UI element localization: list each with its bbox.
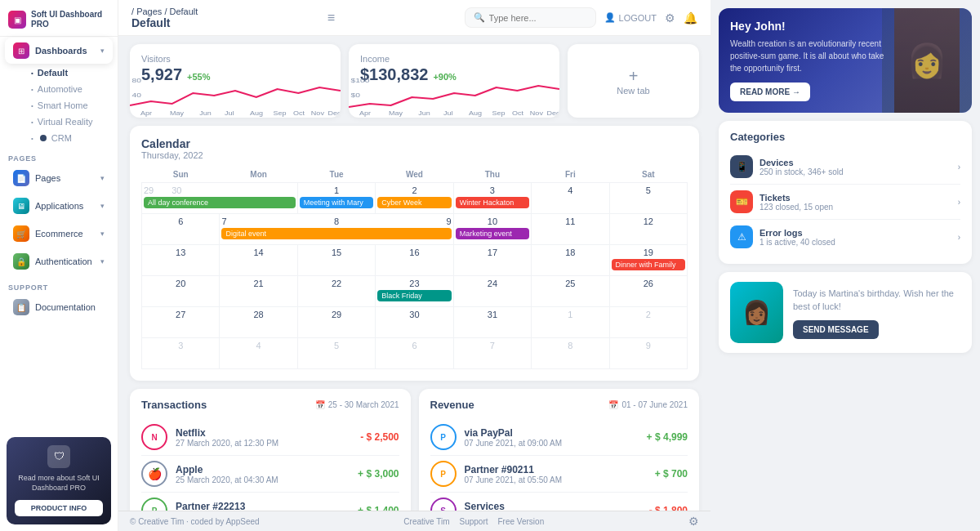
cal-cell-7-9[interactable]: 7 8 9 Digital event bbox=[220, 214, 453, 245]
footer-link-free-version[interactable]: Free Version bbox=[498, 517, 545, 526]
cal-cell-1[interactable]: 1 Meeting with Mary bbox=[297, 183, 375, 214]
cal-event-conference[interactable]: All day conference bbox=[144, 197, 296, 208]
footer-link-support[interactable]: Support bbox=[459, 517, 488, 526]
cal-week-1: 29 30 All day conference 1 Meeting with … bbox=[142, 183, 688, 214]
sidebar-item-smart-home[interactable]: Smart Home bbox=[23, 97, 118, 114]
cal-cell-12[interactable]: 12 bbox=[609, 214, 687, 245]
svg-text:$100: $100 bbox=[351, 77, 370, 84]
cal-cell-29-30[interactable]: 29 30 All day conference bbox=[142, 183, 298, 214]
cal-cell-20[interactable]: 20 bbox=[142, 276, 220, 307]
cal-cell-28[interactable]: 28 bbox=[220, 307, 297, 338]
tickets-info: Tickets 123 closed, 15 open bbox=[760, 193, 951, 212]
tickets-icon: 🎫 bbox=[730, 190, 753, 213]
notification-icon[interactable]: 🔔 bbox=[684, 11, 697, 25]
cal-cell-9b[interactable]: 9 bbox=[609, 338, 687, 369]
cal-cell-31[interactable]: 31 bbox=[453, 307, 531, 338]
cal-cell-3b[interactable]: 3 bbox=[142, 338, 220, 369]
cal-cell-8b[interactable]: 8 bbox=[532, 338, 609, 369]
cal-event-blackfriday[interactable]: Black Friday bbox=[377, 290, 451, 301]
cal-cell-13[interactable]: 13 bbox=[142, 245, 220, 276]
cal-cell-27[interactable]: 27 bbox=[142, 307, 220, 338]
footer-link-creative-tim[interactable]: Creative Tim bbox=[403, 517, 449, 526]
cal-event-cyber[interactable]: Cyber Week bbox=[377, 197, 451, 208]
cal-cell-25[interactable]: 25 bbox=[532, 276, 609, 307]
cal-cell-22[interactable]: 22 bbox=[297, 276, 375, 307]
cal-cell-14[interactable]: 14 bbox=[220, 245, 297, 276]
page-title: Default bbox=[131, 16, 198, 29]
cal-cell-10[interactable]: 10 Marketing event bbox=[453, 214, 531, 245]
cal-cell-21[interactable]: 21 bbox=[220, 276, 297, 307]
read-more-button[interactable]: READ MORE → bbox=[730, 83, 810, 101]
sidebar-item-crm[interactable]: CRM bbox=[23, 130, 118, 146]
right-panel: Hey John! Wealth creation is an evolutio… bbox=[710, 0, 980, 531]
revenue-header: Revenue 📅 01 - 07 June 2021 bbox=[430, 399, 688, 411]
sidebar-item-default[interactable]: Default bbox=[23, 65, 118, 81]
cal-event-hackaton[interactable]: Winter Hackaton bbox=[456, 197, 529, 208]
sidebar-item-documentation[interactable]: 📋 Documentation bbox=[5, 294, 113, 320]
cal-cell-5b[interactable]: 5 bbox=[297, 338, 375, 369]
sidebar-item-pages[interactable]: 📄 Pages ▾ bbox=[5, 165, 113, 191]
cal-cell-3[interactable]: 3 Winter Hackaton bbox=[453, 183, 531, 214]
new-tab-card[interactable]: + New tab bbox=[568, 44, 699, 118]
logout-button[interactable]: 👤 LOGOUT bbox=[604, 12, 657, 23]
hamburger-icon[interactable]: ≡ bbox=[321, 11, 341, 25]
ecommerce-icon: 🛒 bbox=[13, 225, 29, 242]
cal-cell-23[interactable]: 23 Black Friday bbox=[376, 276, 453, 307]
settings-icon[interactable]: ⚙ bbox=[665, 11, 675, 25]
cal-cell-19[interactable]: 19 Dinner with Family bbox=[609, 245, 687, 276]
cal-cell-2b[interactable]: 2 bbox=[609, 307, 687, 338]
cal-cell-1b[interactable]: 1 bbox=[532, 307, 609, 338]
cal-cell-6b[interactable]: 6 bbox=[376, 338, 453, 369]
calendar-card: Calendar Thursday, 2022 Sun Mon Tue Wed … bbox=[130, 126, 699, 381]
devices-desc: 250 in stock, 346+ sold bbox=[760, 167, 951, 176]
cal-cell-18[interactable]: 18 bbox=[532, 245, 609, 276]
devices-arrow-icon[interactable]: › bbox=[958, 163, 960, 172]
svg-text:Sep: Sep bbox=[492, 110, 506, 117]
errorlogs-arrow-icon[interactable]: › bbox=[958, 233, 960, 242]
search-input[interactable] bbox=[489, 13, 587, 23]
cal-event-marketing[interactable]: Marketing event bbox=[456, 228, 529, 239]
cal-event-digital[interactable]: Digital event bbox=[221, 228, 451, 239]
cal-cell-15[interactable]: 15 bbox=[297, 245, 375, 276]
svg-text:Aug: Aug bbox=[469, 110, 482, 117]
cal-cell-5[interactable]: 5 bbox=[609, 183, 687, 214]
category-devices: 📱 Devices 250 in stock, 346+ sold › bbox=[730, 149, 960, 185]
transactions-title: Transactions bbox=[141, 399, 207, 411]
cal-cell-11[interactable]: 11 bbox=[532, 214, 609, 245]
cal-cell-24[interactable]: 24 bbox=[453, 276, 531, 307]
cal-cell-17[interactable]: 17 bbox=[453, 245, 531, 276]
cal-cell-16[interactable]: 16 bbox=[376, 245, 453, 276]
promo-text: Read more about Soft UI Dashboard PRO bbox=[15, 473, 103, 493]
cal-event-meeting[interactable]: Meeting with Mary bbox=[300, 197, 373, 208]
cal-cell-4[interactable]: 4 bbox=[532, 183, 609, 214]
netflix-avatar: N bbox=[141, 424, 167, 450]
partner90211-avatar: P bbox=[430, 461, 457, 487]
footer-gear-icon[interactable]: ⚙ bbox=[688, 515, 699, 528]
cal-cell-2[interactable]: 2 Cyber Week bbox=[376, 183, 453, 214]
pages-section-label: Pages bbox=[0, 149, 118, 164]
cal-cell-30[interactable]: 30 bbox=[376, 307, 453, 338]
sidebar-item-authentication[interactable]: 🔒 Authentication ▾ bbox=[5, 248, 113, 274]
cal-cell-29[interactable]: 29 bbox=[297, 307, 375, 338]
sidebar-logo: ▣ Soft UI Dashboard PRO bbox=[0, 0, 118, 37]
content-area: Visitors 5,927 +55% 80 40 Apr May Jun bbox=[118, 36, 710, 511]
netflix-icon: N bbox=[151, 433, 157, 442]
tickets-arrow-icon[interactable]: › bbox=[958, 198, 960, 207]
cal-cell-6[interactable]: 6 bbox=[142, 214, 220, 245]
svg-text:Jul: Jul bbox=[225, 110, 234, 117]
send-message-button[interactable]: SEND MESSAGE bbox=[793, 320, 879, 339]
product-info-button[interactable]: PRODUCT INFO bbox=[15, 500, 103, 516]
sidebar-promo: 🛡 Read more about Soft UI Dashboard PRO … bbox=[7, 437, 111, 524]
cal-event-dinner[interactable]: Dinner with Family bbox=[612, 259, 685, 270]
sidebar-item-automotive[interactable]: Automotive bbox=[23, 81, 118, 97]
cal-cell-7b[interactable]: 7 bbox=[453, 338, 531, 369]
sidebar-item-ecommerce[interactable]: 🛒 Ecommerce ▾ bbox=[5, 221, 113, 247]
docs-icon: 📋 bbox=[13, 299, 29, 315]
cal-cell-4b[interactable]: 4 bbox=[220, 338, 297, 369]
new-tab-label: New tab bbox=[617, 86, 649, 96]
cal-cell-26[interactable]: 26 bbox=[609, 276, 687, 307]
sidebar-section-dashboards[interactable]: ⊞ Dashboards ▾ bbox=[5, 38, 113, 64]
sidebar-item-applications[interactable]: 🖥 Applications ▾ bbox=[5, 193, 113, 219]
sidebar-item-vr[interactable]: Virtual Reality bbox=[23, 114, 118, 130]
global-footer: © Creative Tim · coded by AppSeed Creati… bbox=[118, 511, 710, 531]
